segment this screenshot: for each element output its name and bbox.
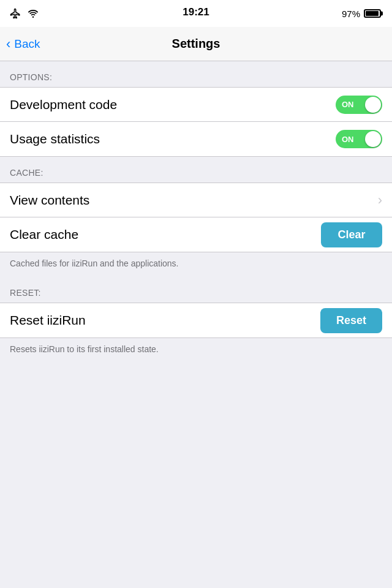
clear-cache-button[interactable]: Clear (321, 222, 382, 247)
cache-section-header: CACHE: (0, 157, 392, 183)
usage-statistics-toggle[interactable]: ON (336, 130, 382, 148)
cache-table: View contents › Clear cache Clear (0, 183, 392, 252)
usage-statistics-toggle-knob (365, 131, 381, 147)
page-title: Settings (172, 37, 221, 51)
reset-iizirun-row: Reset iiziRun Reset (0, 303, 392, 337)
options-section-header: OPTIONS: (0, 61, 392, 87)
view-contents-chevron-icon: › (378, 192, 382, 208)
status-left (10, 8, 39, 19)
reset-table: Reset iiziRun Reset (0, 303, 392, 338)
development-code-toggle-knob (365, 97, 381, 113)
development-code-toggle-label: ON (342, 100, 354, 109)
airplane-icon (10, 8, 21, 19)
view-contents-row[interactable]: View contents › (0, 183, 392, 217)
cache-footer: Cached files for iiziRun and the applica… (0, 252, 392, 277)
back-chevron-icon: ‹ (6, 37, 10, 51)
back-label: Back (14, 37, 40, 51)
status-bar: 19:21 97% (0, 0, 392, 27)
development-code-toggle[interactable]: ON (336, 96, 382, 114)
usage-statistics-row: Usage statistics ON (0, 122, 392, 156)
status-time: 19:21 (183, 6, 209, 18)
clear-cache-row: Clear cache Clear (0, 217, 392, 252)
reset-footer: Resets iiziRun to its first installed st… (0, 338, 392, 363)
options-table: Development code ON Usage statistics ON (0, 87, 392, 157)
battery-icon (364, 9, 382, 18)
reset-iizirun-label: Reset iiziRun (10, 313, 86, 328)
reset-iizirun-button[interactable]: Reset (320, 308, 382, 333)
usage-statistics-label: Usage statistics (10, 132, 100, 146)
battery-percent: 97% (342, 9, 360, 19)
back-button[interactable]: ‹ Back (6, 37, 40, 51)
development-code-label: Development code (10, 97, 117, 112)
reset-section-header: RESET: (0, 277, 392, 303)
view-contents-label: View contents (10, 193, 89, 208)
clear-cache-label: Clear cache (10, 227, 78, 242)
wifi-icon (27, 9, 39, 18)
status-right: 97% (342, 9, 382, 19)
nav-bar: ‹ Back Settings (0, 27, 392, 61)
development-code-row: Development code ON (0, 88, 392, 122)
usage-statistics-toggle-label: ON (342, 135, 354, 144)
